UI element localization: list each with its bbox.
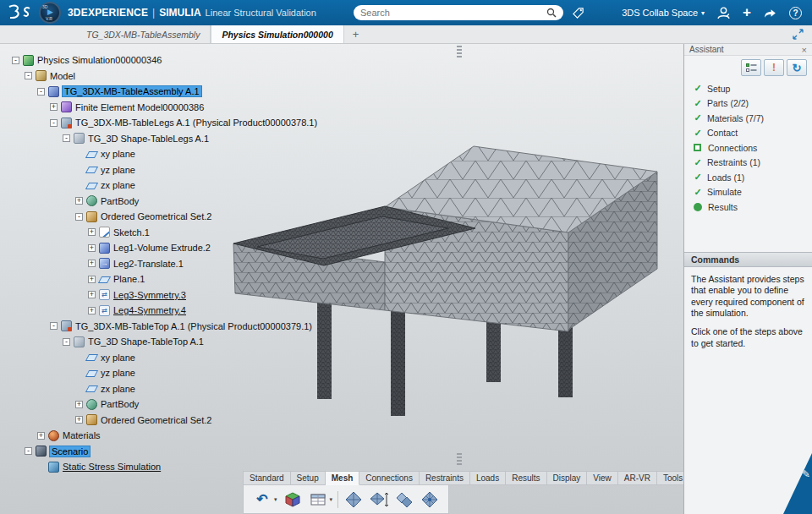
model-update-button[interactable] — [283, 489, 303, 510]
tree-expander-minus-icon[interactable]: - — [50, 119, 58, 127]
tree-expander-plus-icon[interactable]: + — [88, 244, 96, 252]
user-icon[interactable] — [716, 6, 731, 20]
assistant-step-materials-7-7[interactable]: ✓Materials (7/7) — [684, 111, 812, 126]
action-tab-mesh[interactable]: Mesh — [326, 471, 360, 485]
tree-item-leg1-volume-extrude-2[interactable]: +Leg1-Volume Extrude.2 — [7, 240, 317, 256]
tree-item-model[interactable]: -Model — [7, 68, 317, 85]
undo-button[interactable]: ↶ — [252, 489, 272, 510]
tree-expander-minus-icon[interactable]: - — [63, 338, 70, 346]
assistant-toolbar: ! ↻ — [684, 56, 812, 79]
expand-window-button[interactable] — [793, 25, 812, 43]
tree-item-leg4-symmetry-4[interactable]: +Leg4-Symmetry.4 — [7, 303, 317, 319]
tree-expander-plus-icon[interactable]: + — [88, 260, 96, 267]
document-tab-tg-3dx-mb-tableassembly[interactable]: TG_3DX-MB-TableAssembly — [76, 25, 211, 43]
share-icon[interactable] — [763, 7, 777, 19]
tree-item-leg3-symmetry-3[interactable]: +Leg3-Symmetry.3 — [7, 287, 317, 303]
action-tab-setup[interactable]: Setup — [291, 471, 326, 485]
tree-expander-plus-icon[interactable]: + — [88, 276, 96, 283]
tree-item-tg-3dx-mb-tablelegs-a-1-physical-product00000378-1[interactable]: -TG_3DX-MB-TableLegs A.1 (Physical Produ… — [7, 115, 317, 131]
tree-expander-minus-icon[interactable]: - — [37, 88, 45, 96]
mesh-button-2[interactable] — [369, 489, 389, 510]
assistant-step-results[interactable]: Results — [684, 200, 812, 215]
assistant-step-parts-2-2[interactable]: ✓Parts (2/2) — [684, 96, 812, 112]
mesh-button-1[interactable] — [343, 489, 364, 510]
tag-icon[interactable] — [572, 7, 584, 19]
action-tab-standard[interactable]: Standard — [243, 471, 291, 485]
tree-item-finite-element-model00000386[interactable]: +Finite Element Model00000386 — [7, 100, 317, 116]
tree-item-tg-3dx-mb-tabletop-a-1-physical-product00000379-1[interactable]: -TG_3DX-MB-TableTop A.1 (Physical Produc… — [7, 319, 317, 335]
search-input[interactable] — [360, 8, 546, 18]
tree-item-materials[interactable]: +Materials — [7, 428, 317, 444]
tree-item-plane-1[interactable]: +Plane.1 — [7, 271, 317, 287]
global-search[interactable] — [354, 5, 563, 20]
tree-expander-minus-icon[interactable]: - — [63, 134, 70, 142]
tree-item-sketch-1[interactable]: +Sketch.1 — [7, 225, 317, 241]
undo-dropdown[interactable]: ▾ — [274, 496, 277, 503]
tree-item-zx-plane[interactable]: zx plane — [7, 381, 317, 397]
tree-expander-minus-icon[interactable]: - — [75, 213, 83, 221]
assistant-step-simulate[interactable]: ✓Simulate — [684, 185, 812, 200]
tree-expander-plus-icon[interactable]: + — [88, 228, 96, 236]
tree-item-yz-plane[interactable]: yz plane — [7, 162, 317, 178]
tree-item-tg-3d-shape-tablelegs-a-1[interactable]: -TG_3D Shape-TableLegs A.1 — [7, 131, 317, 147]
action-tab-connections[interactable]: Connections — [359, 471, 420, 485]
action-tab-restraints[interactable]: Restraints — [420, 471, 470, 485]
tree-expander-plus-icon[interactable]: + — [75, 416, 83, 424]
compass-widget[interactable]: 3D ▶ V.R — [39, 2, 61, 24]
tree-expander-minus-icon[interactable]: - — [25, 72, 32, 79]
action-tab-results[interactable]: Results — [506, 471, 546, 485]
3ds-logo-icon[interactable] — [7, 3, 32, 22]
tree-expander-plus-icon[interactable]: + — [88, 291, 96, 298]
chevron-down-icon: ▾ — [701, 9, 705, 17]
action-tab-ar-vr[interactable]: AR-VR — [618, 471, 657, 485]
action-tab-loads[interactable]: Loads — [470, 471, 506, 485]
assistant-step-setup[interactable]: ✓Setup — [684, 81, 812, 96]
add-icon[interactable]: + — [743, 6, 751, 19]
action-tab-view[interactable]: View — [587, 471, 618, 485]
new-tab-button[interactable]: + — [344, 25, 368, 43]
tree-item-ordered-geometrical-set-2[interactable]: -Ordered Geometrical Set.2 — [7, 209, 317, 225]
tree-item-zx-plane[interactable]: zx plane — [7, 178, 317, 194]
tree-expander-plus-icon[interactable]: + — [88, 307, 96, 314]
mesh-button-4[interactable] — [420, 489, 440, 510]
tree-item-xy-plane[interactable]: xy plane — [7, 146, 317, 162]
tree-item-tg-3d-shape-tabletop-a-1[interactable]: -TG_3D Shape-TableTop A.1 — [7, 334, 317, 350]
tree-item-ordered-geometrical-set-2[interactable]: +Ordered Geometrical Set.2 — [7, 413, 317, 429]
refresh-button[interactable]: ↻ — [787, 59, 807, 76]
tree-expander-minus-icon[interactable]: - — [50, 322, 58, 330]
assistant-step-connections[interactable]: Connections — [684, 140, 812, 156]
tree-item-yz-plane[interactable]: yz plane — [7, 365, 317, 381]
tree-item-scenario[interactable]: -Scenario — [7, 444, 317, 460]
action-tab-display[interactable]: Display — [547, 471, 588, 485]
check-icon: ✓ — [693, 172, 703, 183]
tree-expander-plus-icon[interactable]: + — [50, 103, 58, 111]
close-icon[interactable]: × — [802, 45, 807, 55]
table-view-button[interactable] — [308, 489, 328, 510]
splitter-handle-top[interactable] — [457, 46, 462, 57]
table-view-dropdown[interactable]: ▾ — [330, 496, 333, 503]
tree-item-physics-simulation000000346[interactable]: -Physics Simulation000000346 — [7, 52, 317, 68]
tree-item-tg-3dx-mb-tableassembly-a-1[interactable]: -TG_3DX-MB-TableAssembly A.1 — [7, 84, 317, 100]
splitter-handle-bottom[interactable] — [457, 453, 462, 465]
assistant-report-button[interactable] — [741, 59, 761, 76]
document-tab-physics-simulation000000[interactable]: Physics Simulation000000 — [211, 25, 343, 43]
tree-expander-plus-icon[interactable]: + — [37, 432, 45, 440]
tree-expander-minus-icon[interactable]: - — [12, 57, 19, 64]
tree-item-label: Scenario — [50, 446, 90, 457]
search-icon[interactable] — [546, 8, 557, 18]
mesh-button-3[interactable] — [394, 489, 414, 510]
tree-expander-minus-icon[interactable]: - — [25, 447, 32, 455]
tree-expander-plus-icon[interactable]: + — [75, 197, 83, 205]
help-icon[interactable]: ? — [789, 7, 802, 19]
tree-item-partbody[interactable]: +PartBody — [7, 396, 317, 413]
assistant-step-contact[interactable]: ✓Contact — [684, 126, 812, 141]
collab-space-selector[interactable]: 3DS Collab Space ▾ — [622, 8, 705, 18]
assistant-step-restraints-1[interactable]: ✓Restraints (1) — [684, 156, 812, 171]
tree-item-partbody[interactable]: +PartBody — [7, 194, 317, 210]
tree-item-label: zx plane — [101, 384, 135, 394]
tree-item-xy-plane[interactable]: xy plane — [7, 350, 317, 366]
diagnostics-button[interactable]: ! — [764, 59, 784, 76]
assistant-step-loads-1[interactable]: ✓Loads (1) — [684, 170, 812, 185]
tree-item-leg2-translate-1[interactable]: +Leg2-Translate.1 — [7, 256, 317, 272]
tree-expander-plus-icon[interactable]: + — [75, 401, 83, 408]
